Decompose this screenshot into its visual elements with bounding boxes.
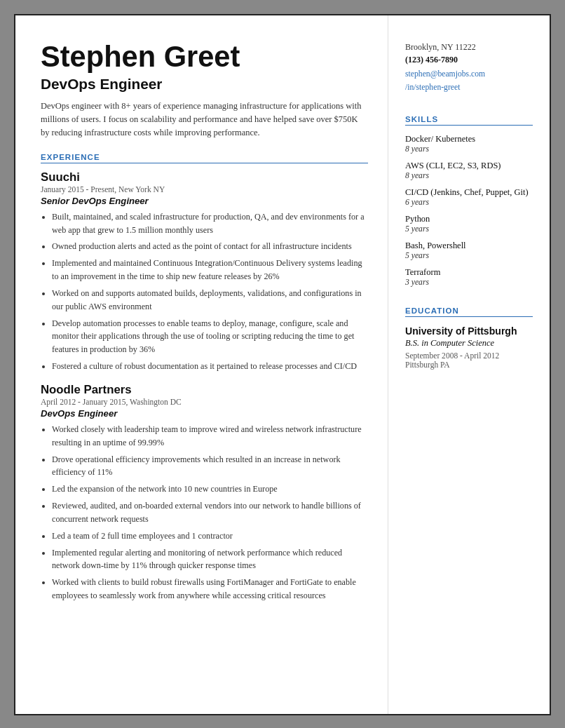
- contact-email[interactable]: stephen@beamjobs.com: [405, 68, 533, 81]
- bullet-item-1-0: Worked closely with leadership team to i…: [52, 423, 368, 450]
- bullet-item-0-3: Worked on and supports automated builds,…: [52, 287, 368, 314]
- bullet-item-0-2: Implemented and maintained Continuous In…: [52, 257, 368, 283]
- edu-school-0: University of Pittsburgh: [405, 325, 533, 337]
- education-container: University of PittsburghB.S. in Computer…: [405, 325, 533, 369]
- job-dates-0: January 2015 - Present, New York NY: [41, 185, 368, 194]
- bullet-item-0-1: Owned production alerts and acted as the…: [52, 240, 368, 253]
- skills-container: Docker/ Kubernetes8 yearsAWS (CLI, EC2, …: [405, 134, 533, 287]
- contact-block: Brooklyn, NY 11222 (123) 456-7890 stephe…: [405, 41, 533, 94]
- contact-linkedin[interactable]: /in/stephen-greet: [405, 81, 533, 95]
- name: Stephen Greet: [41, 41, 368, 73]
- bullet-item-1-6: Worked with clients to build robust fire…: [52, 576, 368, 602]
- skill-name-1: AWS (CLI, EC2, S3, RDS): [405, 161, 533, 171]
- bullet-item-1-5: Implemented regular alerting and monitor…: [52, 546, 368, 573]
- experience-block-1: Noodle PartnersApril 2012 - January 2015…: [41, 383, 368, 602]
- skill-years-0: 8 years: [405, 144, 533, 154]
- contact-address: Brooklyn, NY 11222: [405, 41, 533, 53]
- skill-years-4: 5 years: [405, 251, 533, 260]
- left-column: Stephen Greet DevOps Engineer DevOps eng…: [15, 15, 388, 714]
- edu-location-0: Pittsburgh PA: [405, 360, 533, 369]
- skill-years-2: 6 years: [405, 198, 533, 207]
- bullet-list-1: Worked closely with leadership team to i…: [41, 423, 368, 602]
- skill-name-3: Python: [405, 214, 533, 224]
- bullet-item-0-5: Fostered a culture of robust documentati…: [52, 360, 368, 373]
- bullet-item-1-2: Led the expansion of the network into 10…: [52, 483, 368, 496]
- skill-years-5: 3 years: [405, 278, 533, 287]
- education-section-label: EDUCATION: [405, 306, 533, 317]
- experience-block-0: SuuchiJanuary 2015 - Present, New York N…: [41, 170, 368, 373]
- skill-name-2: CI/CD (Jenkins, Chef, Puppet, Git): [405, 187, 533, 198]
- resume-page: Stephen Greet DevOps Engineer DevOps eng…: [14, 14, 551, 715]
- edu-dates-0: September 2008 - April 2012: [405, 351, 533, 360]
- skills-section-label: SKILLS: [405, 115, 533, 126]
- bullet-item-1-3: Reviewed, audited, and on-boarded extern…: [52, 499, 368, 526]
- bullet-item-1-1: Drove operational efficiency improvement…: [52, 453, 368, 480]
- bullet-list-0: Built, maintained, and scaled infrastruc…: [41, 210, 368, 373]
- company-name-1: Noodle Partners: [41, 383, 368, 397]
- skill-name-5: Terraform: [405, 267, 533, 278]
- experience-container: SuuchiJanuary 2015 - Present, New York N…: [41, 170, 368, 602]
- job-title-1: DevOps Engineer: [41, 408, 368, 419]
- skill-years-3: 5 years: [405, 224, 533, 234]
- job-dates-1: April 2012 - January 2015, Washington DC: [41, 398, 368, 406]
- right-column: Brooklyn, NY 11222 (123) 456-7890 stephe…: [388, 15, 550, 714]
- bullet-item-0-0: Built, maintained, and scaled infrastruc…: [52, 210, 368, 237]
- job-title-0: Senior DevOps Engineer: [41, 196, 368, 206]
- skill-name-0: Docker/ Kubernetes: [405, 134, 533, 144]
- job-title: DevOps Engineer: [41, 76, 368, 93]
- skill-name-4: Bash, Powershell: [405, 241, 533, 251]
- edu-degree-0: B.S. in Computer Science: [405, 338, 533, 349]
- experience-section-label: EXPERIENCE: [41, 153, 368, 163]
- summary: DevOps engineer with 8+ years of experie…: [41, 100, 368, 140]
- company-name-0: Suuchi: [41, 170, 368, 184]
- bullet-item-0-4: Develop automation processes to enable t…: [52, 317, 368, 356]
- bullet-item-1-4: Led a team of 2 full time employees and …: [52, 530, 368, 543]
- skill-years-1: 8 years: [405, 171, 533, 180]
- contact-phone: (123) 456-7890: [405, 55, 533, 65]
